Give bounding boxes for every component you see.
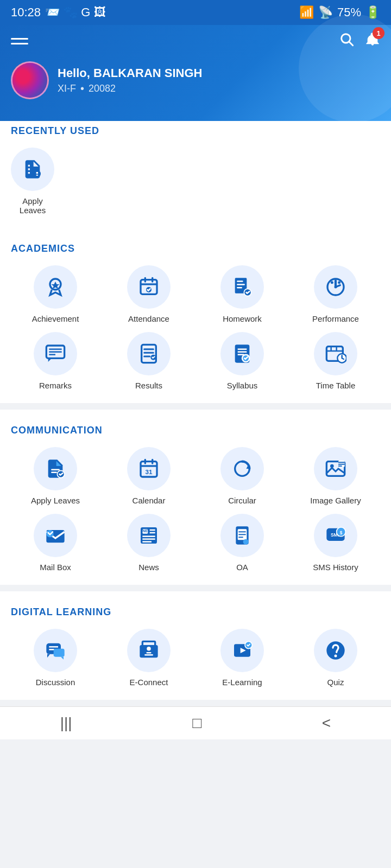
homework-icon-circle [220, 265, 264, 309]
svg-rect-12 [237, 287, 242, 289]
status-time: 10:28 [11, 5, 41, 20]
notification-button[interactable]: 1 [365, 31, 380, 50]
achievement-icon-circle [34, 265, 77, 309]
apply-leaves-label: Apply Leaves [11, 196, 54, 215]
recently-used-apply-leaves[interactable]: Apply Leaves [11, 148, 54, 215]
svg-rect-10 [237, 280, 243, 282]
performance-item[interactable]: Performance [291, 265, 380, 323]
svg-rect-11 [237, 284, 245, 285]
communication-grid: Apply Leaves 31 Calendar [11, 447, 380, 572]
svg-point-16 [331, 281, 333, 284]
bottom-nav-menu[interactable]: ||| [60, 714, 72, 732]
calendar-label: Calendar [133, 496, 166, 505]
timetable-label: Time Table [316, 381, 356, 390]
svg-text:$: $ [340, 530, 343, 535]
academics-grid: Achievement Attendance [11, 265, 380, 390]
sms-history-icon-circle: SMS $ [314, 514, 357, 557]
attendance-item[interactable]: Attendance [104, 265, 193, 323]
dot-separator: • [80, 82, 84, 95]
digital-learning-grid: Discussion E-Connect [11, 629, 380, 687]
attendance-label: Attendance [128, 314, 169, 323]
comm-apply-leaves-icon-circle [34, 447, 77, 490]
mailbox-icon-circle [34, 514, 77, 557]
user-details: XI-F • 20082 [58, 82, 202, 95]
mailbox-label: Mail Box [40, 563, 71, 572]
academics-section: ACADEMICS Achievement [0, 228, 391, 403]
homework-item[interactable]: Homework [198, 265, 287, 323]
syllabus-icon-circle [220, 332, 264, 375]
achievement-item[interactable]: Achievement [11, 265, 100, 323]
image-gallery-label: Image Gallery [310, 496, 361, 505]
svg-line-1 [349, 42, 352, 45]
e-connect-item[interactable]: E-Connect [104, 629, 193, 687]
bottom-nav-back[interactable]: < [322, 714, 331, 732]
svg-rect-22 [142, 344, 156, 362]
communication-title: COMMUNICATION [11, 425, 380, 436]
avatar [11, 61, 49, 99]
calendar-item[interactable]: 31 Calendar [104, 447, 193, 505]
apply-leaves-icon-circle [11, 148, 54, 191]
discussion-label: Discussion [36, 678, 75, 687]
svg-point-69 [146, 646, 152, 652]
timetable-icon-circle [314, 332, 357, 375]
oa-icon-circle [220, 514, 264, 557]
sms-history-item[interactable]: SMS $ SMS History [291, 514, 380, 572]
e-learning-icon-circle [220, 629, 264, 672]
header: 1 Hello, BALKARAN SINGH XI-F • 20082 [0, 25, 391, 121]
e-connect-label: E-Connect [130, 678, 168, 687]
calendar-icon-circle: 31 [127, 447, 171, 490]
e-connect-icon-circle [127, 629, 171, 672]
wifi-icon: 📶 [299, 5, 314, 20]
performance-label: Performance [312, 314, 359, 323]
image-gallery-item[interactable]: Image Gallery [291, 447, 380, 505]
oa-label: OA [236, 563, 248, 572]
user-text: Hello, BALKARAN SINGH XI-F • 20082 [58, 66, 202, 95]
achievement-label: Achievement [32, 314, 79, 323]
sms-history-label: SMS History [313, 563, 358, 572]
quiz-icon-circle [314, 629, 357, 672]
syllabus-item[interactable]: Syllabus [198, 332, 287, 390]
status-left: 10:28 📨 🐾 G 🖼 [11, 5, 106, 20]
circular-label: Circular [228, 496, 256, 505]
results-icon-circle [127, 332, 171, 375]
digital-learning-section: DIGITAL LEARNING Discussion [0, 591, 391, 700]
timetable-item[interactable]: Time Table [291, 332, 380, 390]
remarks-item[interactable]: Remarks [11, 332, 100, 390]
hamburger-menu[interactable] [11, 38, 28, 44]
results-label: Results [135, 381, 162, 390]
class-label: XI-F [58, 83, 76, 94]
homework-label: Homework [223, 314, 262, 323]
performance-icon-circle [314, 265, 357, 309]
svg-point-74 [335, 655, 337, 658]
news-item[interactable]: NEWS News [104, 514, 193, 572]
quiz-item[interactable]: Quiz [291, 629, 380, 687]
news-icon-circle: NEWS [127, 514, 171, 557]
results-item[interactable]: Results [104, 332, 193, 390]
bottom-navigation: ||| □ < [0, 706, 391, 739]
roll-number: 20082 [89, 83, 116, 94]
notification-icons: 📨 🐾 G 🖼 [45, 5, 105, 20]
search-button[interactable] [339, 31, 354, 50]
academics-title: ACADEMICS [11, 243, 380, 254]
svg-point-15 [335, 286, 337, 289]
circular-item[interactable]: Circular [198, 447, 287, 505]
e-learning-item[interactable]: E-Learning [198, 629, 287, 687]
svg-point-58 [243, 539, 249, 545]
svg-text:31: 31 [146, 468, 153, 475]
avatar-image [12, 63, 47, 98]
mailbox-item[interactable]: Mail Box [11, 514, 100, 572]
e-learning-label: E-Learning [222, 678, 262, 687]
svg-rect-66 [54, 649, 65, 657]
bottom-nav-home[interactable]: □ [192, 714, 201, 732]
comm-apply-leaves-item[interactable]: Apply Leaves [11, 447, 100, 505]
discussion-item[interactable]: Discussion [11, 629, 100, 687]
digital-learning-title: DIGITAL LEARNING [11, 607, 380, 618]
comm-apply-leaves-label: Apply Leaves [31, 496, 80, 505]
remarks-label: Remarks [39, 381, 72, 390]
recently-used-section: RECENTLY USED Apply Leaves [0, 110, 391, 228]
attendance-icon-circle [127, 265, 171, 309]
notification-badge: 1 [373, 27, 384, 39]
oa-item[interactable]: OA [198, 514, 287, 572]
recently-used-title: RECENTLY USED [11, 125, 380, 137]
image-gallery-icon-circle [314, 447, 357, 490]
